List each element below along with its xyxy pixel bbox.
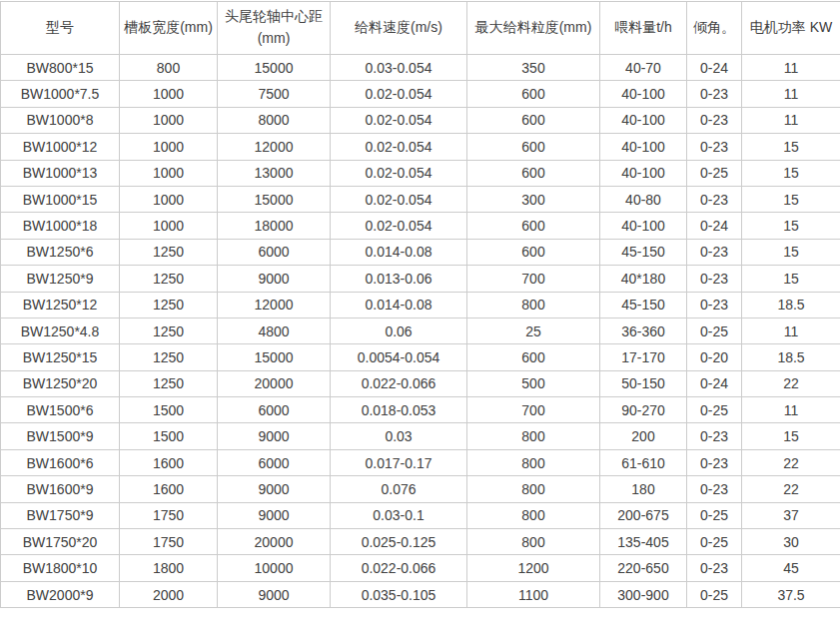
- table-cell: 13000: [218, 160, 331, 186]
- table-cell: 0.02-0.054: [331, 81, 467, 107]
- table-cell: 800: [467, 476, 600, 502]
- table-cell: 1250: [120, 370, 218, 396]
- table-cell: 4800: [218, 318, 331, 343]
- table-row: BW1750*9175090000.03-0.1800200-6750-2537: [1, 502, 840, 528]
- table-cell: 22: [742, 449, 840, 475]
- table-cell: 0.02-0.054: [331, 186, 467, 212]
- column-header: 给料速度(m/s): [331, 2, 467, 55]
- table-cell: 500: [467, 370, 600, 396]
- table-row: BW800*15800150000.03-0.05435040-700-2411: [1, 55, 840, 81]
- table-row: BW1250*121250120000.014-0.0880045-1500-2…: [1, 292, 840, 318]
- table-cell: 0-25: [687, 318, 742, 343]
- table-row: BW1250*4.8125048000.062536-3600-2511: [1, 318, 840, 343]
- table-cell: 90-270: [600, 397, 687, 423]
- table-cell: 0.022-0.066: [331, 555, 467, 581]
- table-cell: 1000: [120, 186, 218, 212]
- table-cell: 0.02-0.054: [331, 134, 467, 160]
- table-row: BW1250*6125060000.014-0.0860045-1500-231…: [1, 239, 840, 265]
- table-row: BW1250*9125090000.013-0.0670040*1800-231…: [1, 266, 840, 292]
- model-cell: BW1000*15: [1, 186, 120, 212]
- table-cell: 15000: [218, 55, 331, 81]
- table-cell: 0-25: [687, 502, 742, 528]
- model-cell: BW1600*6: [1, 449, 120, 475]
- table-cell: 600: [467, 239, 600, 265]
- table-cell: 0.02-0.054: [331, 160, 467, 186]
- table-cell: 9000: [218, 581, 331, 607]
- table-cell: 0.014-0.08: [331, 292, 467, 318]
- table-cell: 15: [742, 186, 840, 212]
- table-cell: 20000: [218, 370, 331, 396]
- table-cell: 6000: [218, 397, 331, 423]
- model-cell: BW1250*20: [1, 370, 120, 396]
- table-row: BW1600*6160060000.017-0.1780061-6100-232…: [1, 449, 840, 475]
- table-row: BW1500*6150060000.018-0.05370090-2700-25…: [1, 397, 840, 423]
- table-cell: 800: [467, 502, 600, 528]
- table-cell: 0-24: [687, 370, 742, 396]
- table-cell: 1000: [120, 160, 218, 186]
- table-cell: 600: [467, 81, 600, 107]
- table-row: BW1250*151250150000.0054-0.05460017-1700…: [1, 344, 840, 370]
- table-cell: 37: [742, 502, 840, 528]
- table-cell: 30: [742, 529, 840, 555]
- column-header: 喂料量t/h: [600, 2, 687, 55]
- table-head: 型号槽板宽度(mm)头尾轮轴中心距 (mm)给料速度(m/s)最大给料粒度(mm…: [1, 2, 840, 55]
- table-cell: 40-80: [600, 186, 687, 212]
- table-cell: 11: [742, 55, 840, 81]
- table-cell: 22: [742, 370, 840, 396]
- table-row: BW1600*9160090000.0768001800-2322: [1, 476, 840, 502]
- table-cell: 0.013-0.06: [331, 266, 467, 292]
- table-cell: 1000: [120, 81, 218, 107]
- table-cell: 1250: [120, 318, 218, 343]
- table-cell: 25: [467, 318, 600, 343]
- table-cell: 0-23: [687, 555, 742, 581]
- model-cell: BW1600*9: [1, 476, 120, 502]
- table-cell: 700: [467, 397, 600, 423]
- column-header: 型号: [1, 2, 120, 55]
- table-cell: 0-25: [687, 397, 742, 423]
- table-cell: 0.03: [331, 423, 467, 449]
- table-cell: 18000: [218, 213, 331, 239]
- table-cell: 0.017-0.17: [331, 449, 467, 475]
- model-cell: BW1250*9: [1, 266, 120, 292]
- table-cell: 0-25: [687, 160, 742, 186]
- table-cell: 0.014-0.08: [331, 239, 467, 265]
- table-cell: 800: [467, 423, 600, 449]
- table-cell: 15: [742, 213, 840, 239]
- table-cell: 12000: [218, 292, 331, 318]
- table-cell: 0.0054-0.054: [331, 344, 467, 370]
- table-cell: 600: [467, 107, 600, 133]
- table-cell: 15000: [218, 186, 331, 212]
- model-cell: BW1750*20: [1, 529, 120, 555]
- table-cell: 20000: [218, 529, 331, 555]
- model-cell: BW1250*15: [1, 344, 120, 370]
- page: 型号槽板宽度(mm)头尾轮轴中心距 (mm)给料速度(m/s)最大给料粒度(mm…: [0, 0, 840, 637]
- table-cell: 0-23: [687, 81, 742, 107]
- table-cell: 11: [742, 81, 840, 107]
- model-cell: BW1250*12: [1, 292, 120, 318]
- model-cell: BW1500*6: [1, 397, 120, 423]
- table-body: BW800*15800150000.03-0.05435040-700-2411…: [1, 55, 840, 608]
- table-cell: 180: [600, 476, 687, 502]
- table-cell: 0-20: [687, 344, 742, 370]
- table-cell: 40-100: [600, 213, 687, 239]
- table-cell: 1750: [120, 529, 218, 555]
- model-cell: BW800*15: [1, 55, 120, 81]
- table-row: BW1000*131000130000.02-0.05460040-1000-2…: [1, 160, 840, 186]
- table-cell: 6000: [218, 239, 331, 265]
- table-cell: 40-100: [600, 134, 687, 160]
- table-row: BW1250*201250200000.022-0.06650050-1500-…: [1, 370, 840, 396]
- model-cell: BW1000*18: [1, 213, 120, 239]
- table-cell: 22: [742, 476, 840, 502]
- table-cell: 0-24: [687, 55, 742, 81]
- table-cell: 0.06: [331, 318, 467, 343]
- table-row: BW1500*9150090000.038002000-2315: [1, 423, 840, 449]
- table-cell: 10000: [218, 555, 331, 581]
- table-cell: 1600: [120, 476, 218, 502]
- table-cell: 0.025-0.125: [331, 529, 467, 555]
- table-cell: 15: [742, 239, 840, 265]
- table-cell: 0-23: [687, 476, 742, 502]
- table-row: BW1000*7.5100075000.02-0.05460040-1000-2…: [1, 81, 840, 107]
- table-cell: 9000: [218, 423, 331, 449]
- table-cell: 1100: [467, 581, 600, 607]
- model-cell: BW2000*9: [1, 581, 120, 607]
